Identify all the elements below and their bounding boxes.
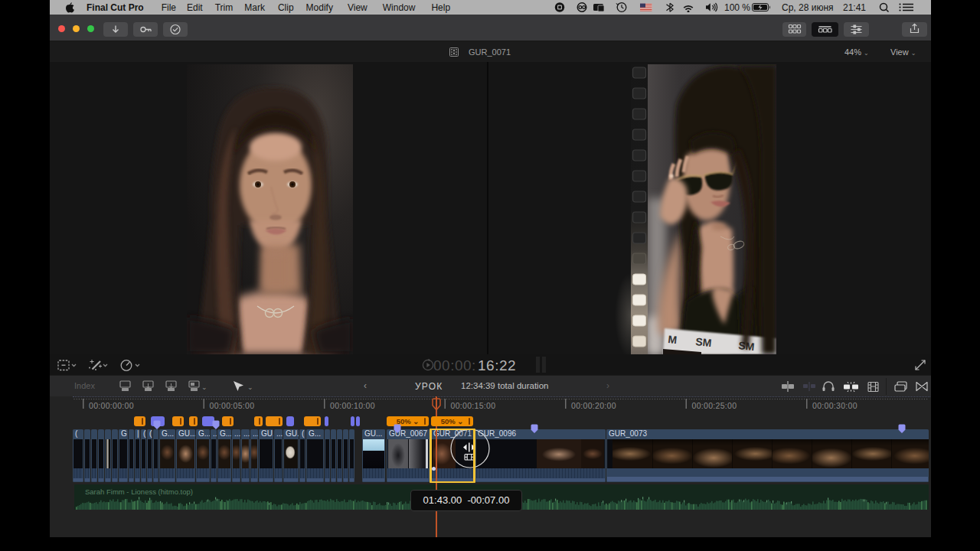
svg-text:⌄: ⌄ — [201, 383, 207, 391]
svg-text:⌄: ⌄ — [247, 383, 253, 391]
svg-text:SM: SM — [695, 335, 713, 349]
svg-text:M: M — [668, 333, 678, 346]
